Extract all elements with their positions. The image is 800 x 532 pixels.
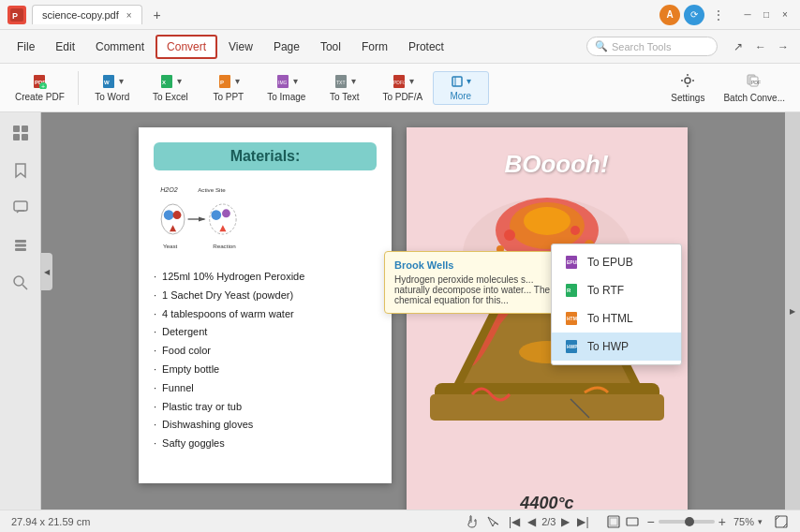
menu-tool[interactable]: Tool [311, 37, 350, 57]
sidebar-layers-icon[interactable] [7, 232, 34, 259]
create-pdf-label: Create PDF [15, 92, 65, 102]
forward-icon[interactable]: → [774, 37, 793, 56]
svg-rect-29 [22, 126, 28, 132]
menu-page[interactable]: Page [264, 37, 309, 57]
search-icon: 🔍 [595, 40, 608, 52]
fit-page-icon[interactable] [606, 514, 621, 529]
next-page-button[interactable]: ▶ [559, 515, 571, 528]
settings-button[interactable]: Settings [663, 70, 712, 106]
to-text-icon: TXT ▾ [333, 74, 356, 89]
menu-convert[interactable]: Convert [156, 35, 217, 59]
tab-close-icon[interactable]: × [126, 10, 132, 21]
sidebar-search-icon[interactable] [7, 270, 34, 296]
back-icon[interactable]: ← [751, 37, 770, 56]
right-collapse-button[interactable]: ▶ [785, 112, 800, 510]
brook-text: Hydrogen peroxide molecules s... natural… [394, 274, 561, 305]
to-word-icon: W ▾ [101, 74, 124, 89]
material-5: Food color [162, 342, 211, 361]
svg-text:Active Site: Active Site [198, 186, 226, 193]
to-epub-item[interactable]: EPUB To EPUB [552, 248, 681, 276]
menu-edit[interactable]: Edit [46, 37, 84, 57]
create-pdf-button[interactable]: PDF + Create PDF [7, 71, 72, 105]
more-options-icon[interactable]: ⋮ [708, 5, 729, 25]
svg-rect-32 [14, 201, 27, 211]
to-word-label: To Word [95, 92, 129, 102]
search-tools-input[interactable]: 🔍 Search Tools [586, 37, 718, 56]
to-excel-icon: X ▾ [159, 74, 182, 89]
material-2: 1 Sachet Dry Yeast (powder) [162, 287, 293, 305]
fit-width-icon[interactable] [625, 514, 640, 529]
brook-tooltip: Brook Wells Hydrogen peroxide molecules … [384, 251, 571, 314]
batch-convert-button[interactable]: PDF Batch Conve... [716, 70, 793, 106]
zoom-slider[interactable] [659, 520, 715, 524]
first-page-button[interactable]: |◀ [507, 515, 522, 528]
status-bar: 27.94 x 21.59 cm |◀ ◀ 2/3 ▶ ▶| [0, 510, 800, 532]
last-page-button[interactable]: ▶| [575, 515, 590, 528]
material-4: Detergent [162, 323, 207, 342]
sidebar-bookmark-icon[interactable] [7, 157, 34, 184]
zoom-out-button[interactable]: − [647, 514, 655, 529]
svg-point-20 [685, 78, 690, 83]
menu-file[interactable]: File [7, 37, 44, 57]
status-right: |◀ ◀ 2/3 ▶ ▶| − + 75% ▾ [467, 514, 789, 529]
close-button[interactable]: × [778, 7, 793, 22]
svg-rect-18 [452, 77, 462, 86]
settings-icon [680, 73, 695, 90]
fullscreen-icon[interactable] [774, 514, 789, 529]
svg-text:+: + [41, 83, 45, 89]
svg-text:P: P [12, 11, 18, 21]
sidebar-comment-icon[interactable] [7, 195, 34, 221]
to-hwp-item[interactable]: HWP To HWP [552, 332, 681, 361]
to-ppt-icon: P ▾ [217, 74, 240, 89]
to-pdfa-button[interactable]: PDF/A ▾ To PDF/A [375, 71, 431, 105]
menu-protect[interactable]: Protect [399, 37, 453, 57]
zoom-dropdown-icon[interactable]: ▾ [758, 517, 763, 526]
menu-view[interactable]: View [219, 37, 262, 57]
materials-list: ·125ml 10% Hydrogen Peroxide ·1 Sachet D… [154, 268, 377, 453]
batch-convert-label: Batch Conve... [723, 93, 785, 103]
menu-bar: File Edit Comment Convert View Page Tool… [0, 30, 800, 64]
svg-text:IMG: IMG [278, 80, 288, 85]
sidebar-grid-icon[interactable] [7, 120, 34, 146]
zoom-handle[interactable] [685, 517, 694, 526]
to-rtf-item[interactable]: R To RTF [552, 276, 681, 304]
to-text-button[interactable]: TXT ▾ To Text [317, 71, 373, 105]
material-10: Safty goggles [162, 435, 225, 453]
svg-text:W: W [104, 80, 110, 85]
new-tab-button[interactable]: + [148, 6, 167, 24]
user-avatar[interactable]: A [659, 5, 680, 25]
select-tool-icon[interactable] [486, 515, 499, 528]
zoom-in-button[interactable]: + [719, 514, 726, 529]
to-html-item[interactable]: HTML To HTML [552, 304, 681, 332]
svg-line-37 [22, 285, 27, 289]
to-pdfa-label: To PDF/A [382, 92, 422, 102]
svg-rect-34 [15, 244, 26, 247]
to-word-button[interactable]: W ▾ To Word [84, 71, 141, 105]
window-controls: A ⟳ ⋮ ─ □ × [659, 5, 793, 25]
to-image-button[interactable]: IMG ▾ To Image [259, 71, 315, 105]
hand-tool-icon[interactable] [467, 515, 481, 528]
to-text-label: To Text [330, 92, 360, 102]
right-collapse-icon: ▶ [790, 307, 795, 316]
sync-icon[interactable]: ⟳ [684, 5, 704, 25]
document-tab[interactable]: science-copy.pdf × [32, 5, 142, 24]
to-ppt-button[interactable]: P ▾ To PPT [200, 71, 257, 105]
menu-comment[interactable]: Comment [86, 37, 154, 57]
left-collapse-button[interactable]: ◀ [41, 253, 52, 290]
svg-text:EPUB: EPUB [567, 259, 579, 265]
to-image-label: To Image [267, 92, 305, 102]
svg-text:HTML: HTML [567, 316, 579, 321]
to-excel-button[interactable]: X ▾ To Excel [142, 71, 199, 105]
create-pdf-icon: PDF + [32, 74, 47, 89]
prev-page-button[interactable]: ◀ [526, 515, 538, 528]
svg-point-36 [14, 276, 23, 286]
more-button[interactable]: ▾ More [433, 71, 489, 105]
menu-form[interactable]: Form [352, 37, 397, 57]
external-link-icon[interactable]: ↗ [729, 37, 748, 56]
minimize-button[interactable]: ─ [740, 7, 755, 22]
svg-text:Yeast: Yeast [163, 243, 178, 249]
tab-title: science-copy.pdf [42, 9, 119, 21]
material-1: 125ml 10% Hydrogen Peroxide [162, 268, 304, 287]
dimensions-text: 27.94 x 21.59 cm [11, 516, 90, 527]
maximize-button[interactable]: □ [759, 7, 774, 22]
